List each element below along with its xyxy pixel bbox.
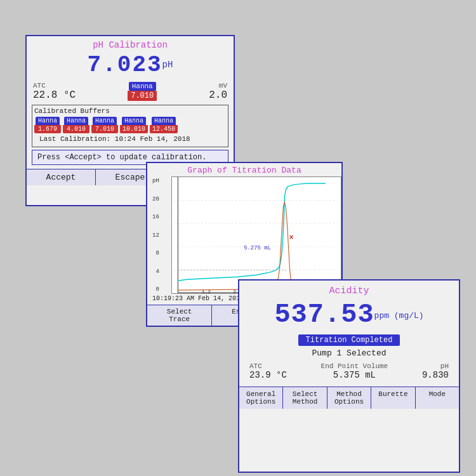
general-options-button[interactable]: GeneralOptions bbox=[239, 387, 283, 409]
y-label-ph: pH bbox=[152, 178, 159, 184]
acidity-value: 537.53 bbox=[274, 300, 374, 330]
buffer-3: Hanna 7.010 bbox=[91, 117, 118, 133]
atc-value: 22.8 °C bbox=[33, 89, 76, 101]
svg-text:5.275 mL: 5.275 mL bbox=[244, 245, 271, 251]
graph-area: 1.2 2.4 × 5.275 mL bbox=[171, 176, 341, 294]
y-axis: pH 20 16 12 8 4 0 bbox=[152, 176, 159, 294]
hanna-ph: 7.010 bbox=[128, 91, 157, 101]
mv-value: 2.0 bbox=[209, 89, 227, 101]
svg-text:×: × bbox=[289, 234, 293, 242]
y-0: 0 bbox=[155, 286, 159, 293]
end-point-value: 5.375 mL bbox=[321, 370, 388, 380]
titration-status-badge: Titration Completed bbox=[298, 334, 400, 346]
buffer-5-val: 12.450 bbox=[150, 125, 178, 133]
y-16: 16 bbox=[152, 214, 159, 220]
acidity-unit: ppm (mg/L) bbox=[374, 311, 424, 321]
buffer-1-val: 1.679 bbox=[34, 125, 61, 133]
method-options-button[interactable]: MethodOptions bbox=[327, 387, 371, 409]
buffer-2-label: Hanna bbox=[64, 117, 88, 125]
buffer-5: Hanna 12.450 bbox=[150, 117, 178, 133]
atc-section: ATC 23.9 °C bbox=[249, 362, 287, 380]
y-20: 20 bbox=[152, 196, 159, 202]
buffer-1: Hanna 1.679 bbox=[34, 117, 61, 133]
mode-button[interactable]: Mode bbox=[416, 387, 459, 409]
graph-title: Graph of Titration Data bbox=[147, 163, 341, 176]
acidity-status-row: Titration Completed bbox=[239, 334, 459, 346]
acidity-buttons: GeneralOptions SelectMethod MethodOption… bbox=[239, 387, 459, 409]
calibration-title: pH Calibration bbox=[27, 36, 234, 51]
pump-selected: Pump 1 Selected bbox=[239, 348, 459, 358]
buffer-3-val: 7.010 bbox=[91, 125, 118, 133]
buffer-4: Hanna 10.010 bbox=[120, 117, 148, 133]
calibrated-buffers-box: Calibrated Buffers Hanna 1.679 Hanna 4.0… bbox=[32, 105, 228, 147]
burette-button[interactable]: Burette bbox=[371, 387, 415, 409]
acidity-title: Acidity bbox=[239, 281, 459, 298]
hanna-badge: Hanna bbox=[129, 82, 156, 91]
buffer-2: Hanna 4.010 bbox=[63, 117, 89, 133]
atc-label: ATC bbox=[33, 82, 76, 89]
end-point-section: End Point Volume 5.375 mL bbox=[321, 362, 388, 380]
buffers-title: Calibrated Buffers bbox=[34, 107, 226, 115]
buffer-4-val: 10.010 bbox=[120, 125, 148, 133]
ph-value: 7.023 bbox=[88, 52, 162, 78]
acidity-panel: Acidity 537.53ppm (mg/L) Titration Compl… bbox=[238, 279, 460, 473]
acid-atc-label: ATC bbox=[249, 362, 287, 370]
last-calibration: Last Calibration: 10:24 Feb 14, 2018 bbox=[34, 133, 226, 145]
y-4: 4 bbox=[155, 268, 159, 275]
buffer-3-label: Hanna bbox=[93, 117, 117, 125]
y-12: 12 bbox=[152, 232, 159, 239]
acid-atc-value: 23.9 °C bbox=[249, 370, 287, 380]
buffer-1-label: Hanna bbox=[36, 117, 60, 125]
buffer-5-label: Hanna bbox=[152, 117, 176, 125]
ph-section: pH 9.830 bbox=[422, 362, 449, 380]
accept-button[interactable]: Accept bbox=[27, 169, 96, 185]
y-8: 8 bbox=[155, 250, 159, 256]
buffer-2-val: 4.010 bbox=[63, 125, 89, 133]
mv-label: mV bbox=[209, 82, 227, 89]
acid-ph-label: pH bbox=[422, 362, 449, 370]
buffers-row: Hanna 1.679 Hanna 4.010 Hanna 7.010 Hann… bbox=[34, 117, 226, 133]
acid-ph-value: 9.830 bbox=[422, 370, 449, 380]
buffer-4-label: Hanna bbox=[122, 117, 146, 125]
end-point-label: End Point Volume bbox=[321, 362, 388, 370]
select-method-button[interactable]: SelectMethod bbox=[283, 387, 327, 409]
graph-svg: 1.2 2.4 × 5.275 mL bbox=[172, 177, 341, 293]
select-trace-button[interactable]: SelectTrace bbox=[147, 305, 212, 326]
ph-unit: pH bbox=[162, 60, 173, 70]
